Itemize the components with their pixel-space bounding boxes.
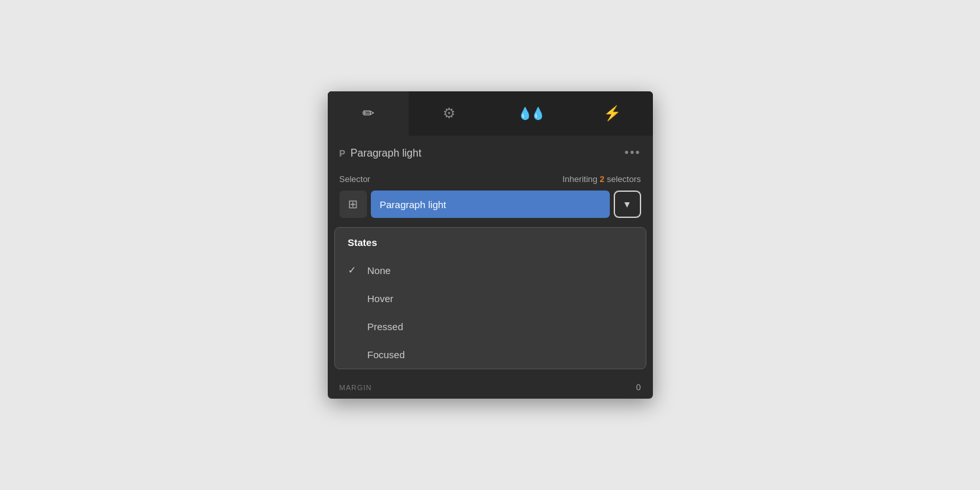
- selector-monitor-button[interactable]: ⊞: [340, 191, 367, 218]
- inheriting-prefix: Inheriting: [563, 174, 597, 184]
- state-focused-label: Focused: [368, 349, 405, 360]
- selector-input-row: ⊞ Paragraph light ▼: [340, 191, 641, 218]
- gear-icon: ⚙: [443, 105, 456, 122]
- margin-value: 0: [636, 382, 640, 392]
- panel: ✏ ⚙ 💧💧 ⚡ P Paragraph light ••• Selector …: [328, 91, 653, 399]
- more-button[interactable]: •••: [625, 146, 641, 160]
- selector-label: Selector: [340, 174, 371, 184]
- drops-icon: 💧💧: [518, 106, 544, 121]
- states-dropdown: States ✓ None Hover Pressed Focused: [334, 227, 646, 369]
- inheriting-count: 2: [600, 174, 607, 184]
- header-left: P Paragraph light: [340, 147, 422, 159]
- header-title: Paragraph light: [351, 147, 422, 159]
- paragraph-icon: P: [340, 148, 345, 159]
- brush-icon: ✏: [362, 105, 374, 122]
- selector-value: Paragraph light: [371, 191, 610, 218]
- tab-drops[interactable]: 💧💧: [490, 91, 572, 136]
- states-header: States: [335, 228, 646, 256]
- header-row: P Paragraph light •••: [328, 136, 653, 170]
- state-none-label: None: [368, 265, 391, 276]
- tab-gear[interactable]: ⚙: [409, 91, 490, 136]
- monitor-icon: ⊞: [348, 197, 358, 211]
- tab-brush[interactable]: ✏: [328, 91, 409, 136]
- tab-lightning[interactable]: ⚡: [571, 91, 653, 136]
- inheriting-suffix: selectors: [607, 174, 640, 184]
- state-item-none[interactable]: ✓ None: [335, 256, 646, 284]
- state-item-focused[interactable]: Focused: [335, 341, 646, 369]
- selector-label-row: Selector Inheriting 2 selectors: [340, 174, 641, 184]
- state-item-hover[interactable]: Hover: [335, 284, 646, 313]
- margin-row: MARGIN 0: [328, 376, 653, 399]
- state-pressed-label: Pressed: [368, 321, 403, 332]
- lightning-icon: ⚡: [603, 105, 621, 122]
- state-hover-label: Hover: [368, 293, 394, 304]
- state-item-pressed[interactable]: Pressed: [335, 313, 646, 341]
- inheriting-text: Inheriting 2 selectors: [563, 174, 641, 184]
- selector-section: Selector Inheriting 2 selectors ⊞ Paragr…: [328, 170, 653, 227]
- margin-label: MARGIN: [340, 384, 372, 391]
- toolbar: ✏ ⚙ 💧💧 ⚡: [328, 91, 653, 136]
- check-icon: ✓: [348, 264, 360, 276]
- dropdown-button[interactable]: ▼: [614, 191, 641, 218]
- chevron-down-icon: ▼: [623, 199, 632, 209]
